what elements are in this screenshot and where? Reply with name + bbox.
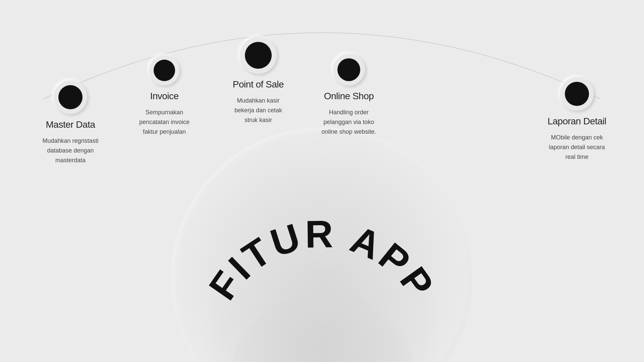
node-online-circle-outer xyxy=(333,54,365,85)
node-online-desc: Handling orderpelanggan via tokoonline s… xyxy=(321,108,376,136)
node-point-of-sale: Point of Sale Mudahkan kasirbekerja dan … xyxy=(215,37,302,125)
svg-text:FITUR APP: FITUR APP xyxy=(205,213,439,307)
node-invoice-desc: Sempurnakanpencatatan invoicefaktur penj… xyxy=(139,108,190,136)
fitur-app-svg: FITUR APP xyxy=(205,208,439,342)
node-pos-circle-inner xyxy=(245,42,272,69)
node-pos-title: Point of Sale xyxy=(233,79,284,90)
node-master-data-circle-outer xyxy=(54,80,87,114)
node-laporan-desc: MObile dengan ceklaporan detail secarare… xyxy=(549,133,605,162)
node-master-data-desc: Mudahkan regristastidatabase denganmaste… xyxy=(42,136,98,165)
node-master-data: Master Data Mudahkan regristastidatabase… xyxy=(27,80,114,165)
node-online-title: Online Shop xyxy=(324,91,374,102)
node-invoice-circle-outer xyxy=(149,55,179,85)
fitur-app-text: FITUR APP xyxy=(205,213,439,307)
fitur-app-container: FITUR APP xyxy=(205,208,439,342)
node-pos-desc: Mudahkan kasirbekerja dan cetakstruk kas… xyxy=(234,96,282,125)
node-online-circle-inner xyxy=(337,58,360,81)
node-invoice-circle-inner xyxy=(154,60,175,81)
node-laporan-detail: Laporan Detail MObile dengan ceklaporan … xyxy=(530,77,624,162)
scene: Master Data Mudahkan regristastidatabase… xyxy=(0,0,644,362)
node-invoice: Invoice Sempurnakanpencatatan invoicefak… xyxy=(121,55,208,136)
node-laporan-circle-outer xyxy=(560,77,594,111)
node-invoice-title: Invoice xyxy=(150,91,178,102)
node-master-data-circle-inner xyxy=(58,85,83,109)
node-laporan-circle-inner xyxy=(565,82,589,106)
node-online-shop: Online Shop Handling orderpelanggan via … xyxy=(302,54,396,136)
node-laporan-title: Laporan Detail xyxy=(547,116,606,127)
node-pos-circle-outer xyxy=(240,37,277,74)
node-master-data-title: Master Data xyxy=(46,119,95,130)
